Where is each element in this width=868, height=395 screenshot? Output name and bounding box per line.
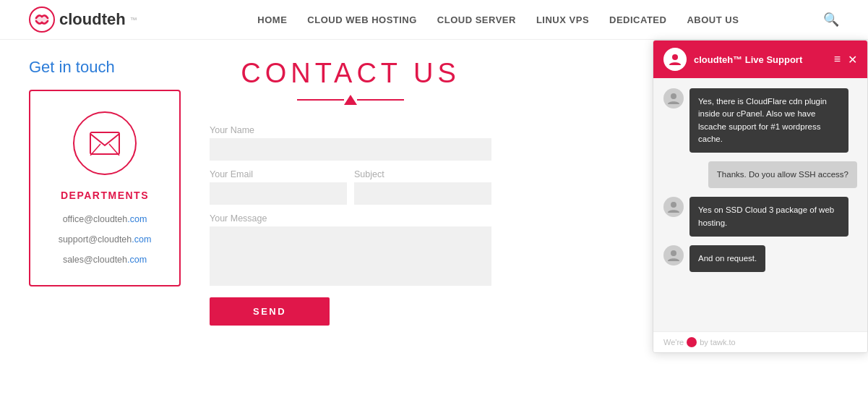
chat-msg-avatar-1 (663, 88, 684, 109)
departments-label: DEPARTMENTS (61, 190, 149, 201)
nav-cloud-web-hosting[interactable]: CLOUD WEB HOSTING (307, 14, 417, 25)
nav-links: HOME CLOUD WEB HOSTING CLOUD SERVER LINU… (173, 14, 823, 25)
chat-message-3: Yes on SSD Cloud 3 package of web hostin… (663, 197, 857, 237)
title-triangle (344, 95, 357, 105)
email-sales: sales@cloudteh.com (63, 255, 147, 265)
nav-about-us[interactable]: ABOUT US (687, 14, 739, 25)
email-support-text[interactable]: support@cloudteh.com (59, 234, 152, 245)
chat-message-2: Thanks. Do you allow SSH access? (663, 161, 857, 188)
message-field-group: Your Message (210, 213, 491, 289)
title-divider (210, 95, 491, 105)
svg-point-5 (671, 250, 676, 256)
message-textarea[interactable] (210, 226, 491, 286)
chat-header-avatar (663, 48, 687, 71)
chat-bubble-4: And on request. (689, 245, 765, 272)
contact-title: CONTACT US (210, 58, 491, 89)
agent-avatar-icon-1 (667, 92, 680, 105)
name-input[interactable] (210, 138, 491, 161)
logo-tm: ™ (130, 16, 137, 24)
chat-bubble-2: Thanks. Do you allow SSH access? (708, 161, 857, 188)
contact-form-section: CONTACT US Your Name Your Email Subject (210, 58, 491, 326)
tawk-icon (687, 337, 697, 347)
svg-point-4 (671, 202, 676, 208)
svg-point-3 (671, 93, 676, 99)
left-panel: Get in touch DEPARTMENTS office@cloudteh… (29, 58, 181, 326)
search-icon[interactable]: 🔍 (823, 12, 839, 27)
envelope-icon (89, 131, 121, 156)
subject-label: Subject (354, 169, 491, 179)
chat-footer-text: We're (663, 338, 684, 347)
chat-title: cloudteh™ Live Support (694, 54, 827, 65)
main-content: Get in touch DEPARTMENTS office@cloudteh… (0, 40, 868, 344)
nav-linux-vps[interactable]: LINUX VPS (536, 14, 589, 25)
email-label: Your Email (210, 169, 347, 179)
nav-dedicated[interactable]: DEDICATED (609, 14, 666, 25)
live-chat-panel: cloudteh™ Live Support ≡ ✕ Yes, there is… (653, 40, 868, 353)
email-subject-row: Your Email Subject (210, 169, 491, 205)
chat-menu-icon[interactable]: ≡ (834, 53, 841, 66)
chat-footer-suffix: by tawk.to (700, 338, 736, 347)
email-office: office@cloudteh.com (63, 214, 147, 224)
chat-msg-avatar-4 (663, 245, 684, 266)
email-office-text[interactable]: office@cloudteh.com (63, 214, 147, 224)
chat-footer: We're by tawk.to (653, 331, 867, 352)
departments-card: DEPARTMENTS office@cloudteh.com support@… (29, 90, 181, 286)
agent-avatar-icon-3 (667, 200, 680, 213)
title-line-right (357, 99, 404, 101)
envelope-icon-wrap (73, 111, 137, 175)
nav-cloud-server[interactable]: CLOUD SERVER (437, 14, 516, 25)
logo-text: cloudteh (59, 10, 126, 29)
title-line-left (297, 99, 344, 101)
chat-message-4: And on request. (663, 245, 857, 272)
chat-bubble-1: Yes, there is CloudFlare cdn plugin insi… (689, 88, 848, 153)
contact-title-wrap: CONTACT US (210, 58, 491, 105)
send-button[interactable]: SEND (210, 297, 330, 326)
subject-field-group: Subject (354, 169, 491, 205)
email-support: support@cloudteh.com (59, 234, 152, 245)
name-field-group: Your Name (210, 125, 491, 161)
nav-home[interactable]: HOME (257, 14, 287, 25)
get-in-touch-title: Get in touch (29, 58, 181, 77)
svg-point-2 (672, 54, 678, 60)
chat-header: cloudteh™ Live Support ≡ ✕ (653, 41, 867, 78)
chat-message-1: Yes, there is CloudFlare cdn plugin insi… (663, 88, 857, 153)
subject-input[interactable] (354, 182, 491, 205)
chat-body: Yes, there is CloudFlare cdn plugin insi… (653, 78, 867, 331)
agent-avatar-icon-4 (667, 249, 680, 262)
chat-agent-icon (668, 52, 682, 67)
name-label: Your Name (210, 125, 491, 135)
logo-icon (29, 7, 55, 33)
email-field-group: Your Email (210, 169, 347, 205)
chat-bubble-3: Yes on SSD Cloud 3 package of web hostin… (689, 197, 848, 237)
email-sales-text[interactable]: sales@cloudteh.com (63, 255, 147, 265)
chat-msg-avatar-3 (663, 197, 684, 217)
navbar: cloudteh™ HOME CLOUD WEB HOSTING CLOUD S… (0, 0, 868, 40)
email-input[interactable] (210, 182, 347, 205)
message-label: Your Message (210, 213, 491, 224)
chat-close-icon[interactable]: ✕ (848, 53, 857, 67)
logo[interactable]: cloudteh™ (29, 7, 137, 33)
